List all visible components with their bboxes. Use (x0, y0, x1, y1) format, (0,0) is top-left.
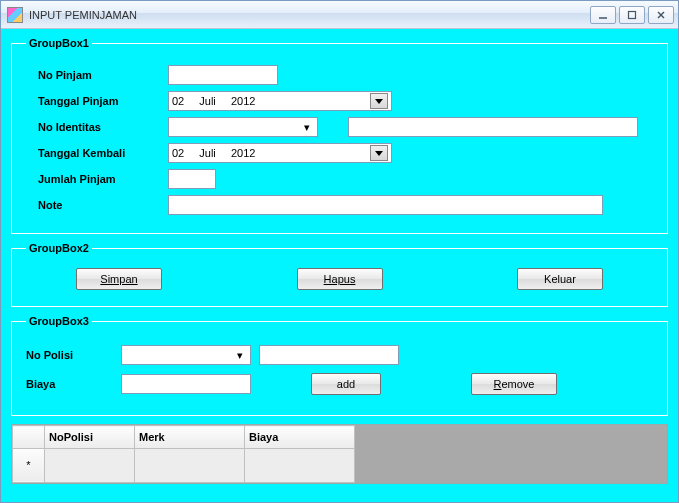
tgl-pinjam-day: 02 (172, 95, 184, 107)
grid-cell[interactable] (45, 448, 135, 482)
groupbox-3-legend: GroupBox3 (26, 315, 92, 327)
groupbox-1: GroupBox1 No Pinjam Tanggal Pinjam 02 Ju… (11, 37, 668, 234)
maximize-button[interactable] (619, 6, 645, 24)
tgl-pinjam-year: 2012 (231, 95, 255, 107)
app-icon (7, 7, 23, 23)
tgl-pinjam-month: Juli (199, 95, 216, 107)
svg-marker-4 (375, 99, 383, 104)
grid-header-row: NoPolisi Merk Biaya (13, 426, 355, 449)
data-grid[interactable]: NoPolisi Merk Biaya * (11, 424, 668, 484)
dropdown-no-identitas[interactable]: ▾ (168, 117, 318, 137)
label-tanggal-pinjam: Tanggal Pinjam (38, 95, 168, 107)
label-biaya: Biaya (26, 378, 121, 390)
groupbox-1-legend: GroupBox1 (26, 37, 92, 49)
hapus-button[interactable]: Hapus (297, 268, 383, 290)
titlebar[interactable]: INPUT PEMINJAMAN (1, 1, 678, 29)
label-no-pinjam: No Pinjam (38, 69, 168, 81)
grid-cell[interactable] (245, 448, 355, 482)
svg-rect-1 (629, 11, 636, 18)
grid-cell[interactable] (135, 448, 245, 482)
dropdown-no-polisi[interactable]: ▾ (121, 345, 251, 365)
new-row-marker: * (13, 448, 45, 482)
tgl-kembali-year: 2012 (231, 147, 255, 159)
minimize-button[interactable] (590, 6, 616, 24)
tgl-kembali-day: 02 (172, 147, 184, 159)
label-note: Note (38, 199, 168, 211)
input-identitas-detail[interactable] (348, 117, 638, 137)
chevron-down-icon: ▾ (233, 349, 247, 362)
groupbox-3: GroupBox3 No Polisi ▾ Biaya add Remove (11, 315, 668, 416)
close-button[interactable] (648, 6, 674, 24)
client-area: GroupBox1 No Pinjam Tanggal Pinjam 02 Ju… (1, 29, 678, 502)
label-no-identitas: No Identitas (38, 121, 168, 133)
grid-new-row[interactable]: * (13, 448, 355, 482)
window-frame: INPUT PEMINJAMAN GroupBox1 No Pinjam Tan… (0, 0, 679, 503)
calendar-icon[interactable] (370, 93, 388, 109)
chevron-down-icon: ▾ (300, 121, 314, 134)
grid-empty-area (355, 425, 667, 483)
calendar-icon[interactable] (370, 145, 388, 161)
groupbox-2-legend: GroupBox2 (26, 242, 92, 254)
input-biaya[interactable] (121, 374, 251, 394)
add-button[interactable]: add (311, 373, 381, 395)
input-note[interactable] (168, 195, 603, 215)
datepicker-tanggal-pinjam[interactable]: 02 Juli 2012 (168, 91, 392, 111)
label-no-polisi: No Polisi (26, 349, 121, 361)
input-jumlah-pinjam[interactable] (168, 169, 216, 189)
simpan-button[interactable]: Simpan (76, 268, 162, 290)
input-no-pinjam[interactable] (168, 65, 278, 85)
svg-marker-5 (375, 151, 383, 156)
datepicker-tanggal-kembali[interactable]: 02 Juli 2012 (168, 143, 392, 163)
grid-col-nopolisi[interactable]: NoPolisi (45, 426, 135, 449)
label-jumlah-pinjam: Jumlah Pinjam (38, 173, 168, 185)
grid-col-biaya[interactable]: Biaya (245, 426, 355, 449)
tgl-kembali-month: Juli (199, 147, 216, 159)
input-no-polisi-detail[interactable] (259, 345, 399, 365)
keluar-button[interactable]: Keluar (517, 268, 603, 290)
label-tanggal-kembali: Tanggal Kembali (38, 147, 168, 159)
remove-button[interactable]: Remove (471, 373, 557, 395)
grid-col-merk[interactable]: Merk (135, 426, 245, 449)
window-title: INPUT PEMINJAMAN (29, 9, 137, 21)
groupbox-2: GroupBox2 Simpan Hapus Keluar (11, 242, 668, 307)
